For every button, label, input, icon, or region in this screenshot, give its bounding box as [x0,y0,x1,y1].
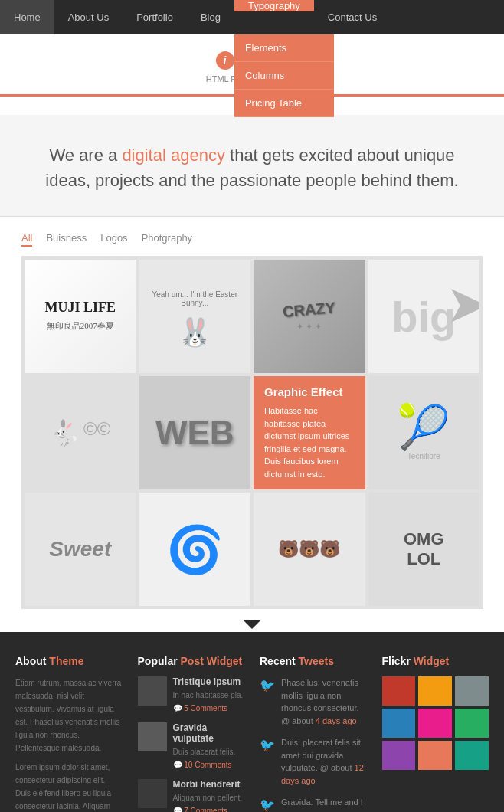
bunny-text: Yeah um... I'm the Easter Bunny... [139,284,251,313]
bunny-icon: 🐰 [178,316,212,349]
footer-about-heading: About Theme [15,655,123,667]
animals-icons: 🐻🐻🐻 [278,539,340,559]
post-desc-2: Duis placerat felis. [173,746,245,758]
footer: About Theme Etiam rutrum, massa ac viver… [0,632,504,812]
flickr-thumb-8[interactable] [418,741,452,770]
post-comment-2[interactable]: 💬 10 Comments [173,761,232,769]
tennis-brand: Tecnifibre [407,452,440,460]
flickr-thumb-4[interactable] [382,709,416,738]
big-text: big [391,292,456,342]
tweets-heading-accent: Tweets [296,655,334,667]
footer-flickr-heading: Flickr Widget [382,655,489,667]
post-item-3: Morbi hendrerit Aliquam non pellent. 💬 7… [138,779,245,812]
tweet-text-2: Duis: placerat felis sit amet dui gravid… [281,736,367,787]
crazy-sub: ✦ ✦ ✦ [296,322,322,332]
hero-section: We are a digital agency that gets excite… [0,115,504,217]
nav-portfolio[interactable]: Portfolio [123,0,187,34]
nav-home[interactable]: Home [0,0,54,34]
sweet-text: Sweet [49,537,111,562]
flickr-heading-accent: Widget [411,655,449,667]
spiral-icon: 🌀 [166,522,224,577]
footer-tweets-col: Recent Tweets 🐦 Phasellus: venenatis mol… [260,655,367,812]
flickr-thumb-1[interactable] [382,676,416,706]
typography-dropdown-menu: Elements Columns Pricing Table [234,34,334,117]
footer-popular-heading: Popular Post Widget [138,655,245,667]
dropdown-pricing[interactable]: Pricing Table [234,90,334,117]
tweet-icon-1: 🐦 [260,678,275,727]
dropdown-elements[interactable]: Elements [234,34,334,62]
grid-item-big[interactable]: big ➤ [368,260,480,373]
post-thumb-2 [138,722,167,751]
portfolio-section: All Buisness Logos Photgraphy [0,217,504,257]
grid-item-highlight[interactable]: Graphic Effect Habitasse hac habitasse p… [254,376,365,489]
portfolio-grid: MUJI LIFE無印良品2007春夏 Yeah um... I'm the E… [21,257,483,609]
portfolio-grid-wrapper: MUJI LIFE無印良品2007春夏 Yeah um... I'm the E… [0,257,504,617]
tweet-text-3: Gravida: Tell me and I forget. Show me a… [281,796,367,812]
flickr-heading-main: Flickr [382,655,411,667]
post-desc-3: Aliquam non pellent. [173,792,243,804]
dropdown-columns[interactable]: Columns [234,62,334,90]
post-info-3: Morbi hendrerit Aliquam non pellent. 💬 7… [173,779,243,812]
web-text: WEB [155,414,234,452]
nav-about[interactable]: About Us [54,0,123,34]
popular-heading-main: Popular [138,655,178,667]
flickr-thumb-9[interactable] [455,741,489,770]
tweet-text-1: Phasellus: venenatis mollis ligula non r… [281,676,367,727]
post-comment-3[interactable]: 💬 7 Comments [173,807,227,812]
post-info-1: Tristique ipsum In hac habitasse pla. 💬 … [173,676,244,713]
popular-heading-accent: Post Widget [178,655,243,667]
nav-contact[interactable]: Contact Us [314,0,391,34]
post-comment-1[interactable]: 💬 5 Comments [173,704,227,712]
filter-photography[interactable]: Photgraphy [142,232,193,247]
grid-item-web[interactable]: WEB [139,376,251,489]
footer-flickr-col: Flickr Widget [382,655,489,812]
post-title-3: Morbi hendrerit [173,779,243,790]
flickr-grid [382,676,489,770]
highlight-title: Graphic Effect [264,385,355,398]
about-heading-theme: Theme [49,655,83,667]
grid-item-muji[interactable]: MUJI LIFE無印良品2007春夏 [25,260,136,373]
footer-tweets-heading: Recent Tweets [260,655,367,667]
grid-item-sweet[interactable]: Sweet [25,493,136,606]
grid-item-bunny[interactable]: Yeah um... I'm the Easter Bunny... 🐰 [139,260,251,373]
flickr-thumb-3[interactable] [455,676,489,706]
footer-triangle [243,620,261,629]
post-desc-1: In hac habitasse pla. [173,689,244,702]
characters-icons: 🐇©© [50,418,110,447]
crazy-text: CRAZY [282,299,336,321]
flickr-thumb-5[interactable] [418,709,452,738]
post-info-2: Gravida vulputate Duis placerat felis. 💬… [173,722,245,770]
nav-blog[interactable]: Blog [187,0,234,34]
grid-item-spiral[interactable]: 🌀 [139,493,251,606]
flickr-thumb-6[interactable] [455,709,489,738]
main-nav: Home About Us Portfolio Blog Typography … [0,0,504,34]
footer-triangle-section [0,617,504,632]
post-thumb-3 [138,779,167,808]
grid-item-tennis[interactable]: 🎾 Tecnifibre [368,376,480,489]
tweet-icon-3: 🐦 [260,797,275,812]
post-item-2: Gravida vulputate Duis placerat felis. 💬… [138,722,245,770]
filter-bar: All Buisness Logos Photgraphy [21,232,483,257]
flickr-thumb-2[interactable] [418,676,452,706]
filter-logos[interactable]: Logos [100,232,127,247]
filter-business[interactable]: Buisness [46,232,87,247]
post-title-2: Gravida vulputate [173,722,245,744]
grid-item-characters[interactable]: 🐇©© [25,376,136,489]
highlight-description: Habitasse hac habitasse platea dictumst … [264,404,355,480]
hero-accent: digital agency [122,146,225,165]
post-thumb-1 [138,676,167,706]
grid-item-omg[interactable]: OMGLOL [368,493,480,606]
nav-typography[interactable]: Typography [234,0,314,11]
about-heading-main: About [15,655,46,667]
grid-item-crazy[interactable]: CRAZY ✦ ✦ ✦ [254,260,365,373]
flickr-thumb-7[interactable] [382,741,416,770]
nav-typography-dropdown[interactable]: Typography Elements Columns Pricing Tabl… [234,0,314,34]
arrow-shape: ➤ [447,283,479,329]
grid-item-animals[interactable]: 🐻🐻🐻 [254,493,365,606]
hero-prefix: We are a [49,146,122,165]
footer-about-text2: Lorem ipsum dolor sit amet, consectetur … [15,761,123,812]
filter-all[interactable]: All [21,232,32,247]
logo-icon: i [216,51,234,70]
footer-about-text: Etiam rutrum, massa ac viverra malesuada… [15,676,123,755]
tweets-heading-main: Recent [260,655,296,667]
